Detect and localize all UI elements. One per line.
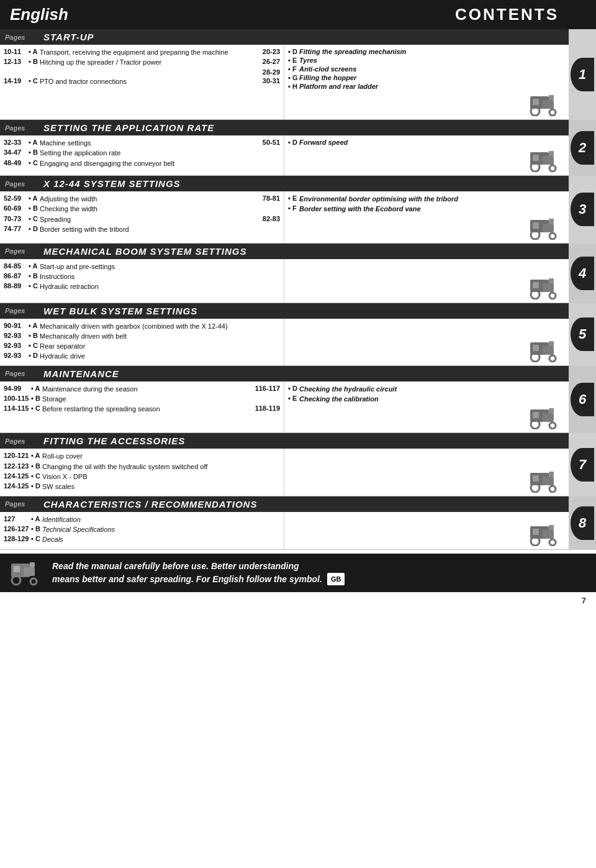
boom-a-text: Start-up and pre-settings: [40, 262, 280, 271]
accessories-entry-c: 124-125 • C Vision X - DPB: [4, 472, 280, 481]
tab-4: 4: [571, 257, 594, 290]
svg-rect-29: [549, 341, 554, 346]
accessories-entry-b: 122-123 • B Changing the oil with the hy…: [4, 462, 280, 471]
footer-icon: [10, 560, 43, 586]
startup-entry-3: 14-19 • C PTO and tractor connections 30…: [4, 77, 280, 86]
chars-a-text: Identification: [42, 515, 280, 524]
svg-rect-22: [543, 283, 554, 292]
startup-entry-2: 12-13 • B Hitching up the spreader / Tra…: [4, 58, 280, 66]
svg-rect-16: [543, 224, 554, 232]
svg-point-50: [12, 576, 20, 585]
boom-pages-label: Pages: [5, 247, 36, 255]
wetbulk-title: WET BULK SYSTEM SETTINGS: [43, 306, 197, 316]
boom-c-text: Hydraulic retraction: [40, 282, 280, 291]
boom-b-text: Instructions: [40, 272, 280, 281]
startup-left: 10-11 • A Transport, receiving the equip…: [0, 45, 284, 119]
wetbulk-b-text: Mechanically driven with belt: [40, 332, 280, 340]
section-chars-body: 127 • A Identification 126-127 • B Techn…: [0, 512, 569, 550]
maintenance-e-text: Checking the calibration: [299, 395, 565, 403]
svg-rect-11: [549, 151, 554, 156]
tab-6: 6: [571, 383, 594, 416]
wetbulk-pages-label: Pages: [5, 307, 36, 314]
tab-2-col: 2: [569, 120, 596, 176]
wetbulk-entry-a: 90-91 • A Mechanically driven with gearb…: [4, 322, 280, 331]
wetbulk-d-text: Hydraulic drive: [40, 352, 280, 360]
section-boom: Pages MECHANICAL BOOM SYSTEM SETTINGS 84…: [0, 244, 596, 303]
startup-tractor-icon: [288, 91, 565, 116]
tab-8: 8: [571, 506, 594, 540]
section-apprate-body: 32-33 • A Machine settings 50-51 34-47 •…: [0, 135, 569, 176]
apprate-tractor-icon: [288, 147, 565, 172]
section-accessories: Pages FITTING THE ACCESSORIES 120-121 • …: [0, 433, 596, 496]
wetbulk-tractor-icon: [288, 337, 565, 362]
boom-right: [284, 259, 569, 303]
svg-rect-1: [533, 99, 539, 105]
maintenance-left: 94-99 • A Maintenance during the season …: [0, 381, 284, 433]
startup-pages-2: 12-13: [4, 58, 29, 65]
maintenance-right-e: • E Checking the calibration: [288, 395, 565, 403]
header: English CONTENTS: [0, 0, 596, 29]
section-accessories-body: 120-121 • A Roll-up cover 122-123 • B Ch…: [0, 449, 569, 496]
startup-pagenum-3: 30-31: [255, 77, 280, 85]
accessories-pages-label: Pages: [5, 437, 36, 445]
startup-right-d-text: Fitting the spreading mechanism: [299, 48, 565, 55]
startup-right-g-text: Filling the hopper: [299, 74, 565, 81]
x1244-pages-label: Pages: [5, 180, 36, 188]
chars-b-text: Technical Specifications: [42, 525, 280, 534]
apprate-entry-c: 48-49 • C Engaging and disengaging the c…: [4, 159, 280, 168]
tab-3-col: 3: [569, 176, 596, 244]
x1244-entry-c: 70-73 • C Spreading 82-83: [4, 215, 280, 224]
section-startup: Pages START-UP 10-11 • A Transport, rece…: [0, 29, 596, 120]
x1244-right: • E Environmental border optimising with…: [284, 191, 569, 243]
startup-pages-3: 14-19: [4, 77, 29, 85]
footer-text-line1: Read the manual carefully before use. Be…: [52, 560, 586, 573]
section-apprate-content: Pages SETTING THE APPLICATION RATE 32-33…: [0, 120, 569, 176]
main-layout: Pages START-UP 10-11 • A Transport, rece…: [0, 29, 596, 550]
section-boom-body: 84-85 • A Start-up and pre-settings 86-8…: [0, 259, 569, 303]
svg-rect-17: [549, 219, 554, 224]
x1244-f-text: Border setting with the Ecobord vane: [299, 204, 565, 213]
tab-6-col: 6: [569, 366, 596, 434]
svg-rect-19: [533, 282, 539, 288]
x1244-entry-a: 52-59 • A Adjusting the width 78-81: [4, 194, 280, 203]
startup-letter-a: • A: [29, 48, 40, 55]
wetbulk-entry-d: 92-93 • D Hydraulic drive: [4, 352, 280, 360]
svg-point-33: [549, 423, 556, 429]
footer: Read the manual carefully before use. Be…: [0, 554, 596, 592]
maintenance-d-text: Checking the hydraulic circuit: [299, 385, 565, 393]
svg-rect-43: [533, 529, 539, 535]
wetbulk-entry-b: 92-93 • B Mechanically driven with belt: [4, 332, 280, 340]
svg-point-27: [549, 355, 556, 362]
boom-entry-c: 88-89 • C Hydraulic retraction: [4, 282, 280, 291]
startup-letter-c: • C: [29, 77, 40, 85]
section-x1244-header: Pages X 12-44 SYSTEM SETTINGS: [0, 176, 569, 191]
section-wetbulk-header: Pages WET BULK SYSTEM SETTINGS: [0, 303, 569, 319]
apprate-left: 32-33 • A Machine settings 50-51 34-47 •…: [0, 135, 284, 175]
section-x1244-content: Pages X 12-44 SYSTEM SETTINGS 52-59 • A …: [0, 176, 569, 244]
section-boom-header: Pages MECHANICAL BOOM SYSTEM SETTINGS: [0, 244, 569, 259]
apprate-entry-b: 34-47 • B Setting the application rate: [4, 148, 280, 157]
startup-right-e-text: Tyres: [299, 57, 565, 64]
startup-text-c: PTO and tractor connections: [40, 77, 255, 86]
tab-5-col: 5: [569, 303, 596, 366]
section-wetbulk-body: 90-91 • A Mechanically driven with gearb…: [0, 319, 569, 366]
startup-right-f-text: Anti-clod screens: [299, 65, 565, 73]
section-startup-content: Pages START-UP 10-11 • A Transport, rece…: [0, 29, 569, 120]
svg-point-45: [549, 539, 556, 546]
footer-badge: GB: [327, 573, 345, 586]
chars-entry-c: 128-129 • C Decals: [4, 535, 280, 544]
tab-7: 7: [571, 448, 594, 482]
apprate-right-d: • D Forward speed: [288, 139, 565, 146]
svg-rect-47: [549, 525, 554, 530]
startup-right-h: • H Platform and rear ladder: [288, 83, 565, 90]
svg-rect-53: [30, 562, 35, 567]
svg-rect-23: [549, 278, 554, 283]
tab-5: 5: [571, 318, 594, 351]
tab-1-col: 1: [569, 29, 596, 120]
svg-rect-35: [549, 408, 554, 413]
section-maintenance-body: 94-99 • A Maintenance during the season …: [0, 381, 569, 434]
maintenance-a-text: Maintenance during the season: [42, 385, 253, 393]
svg-rect-28: [543, 346, 554, 355]
accessories-b-text: Changing the oil with the hydraulic syst…: [42, 462, 280, 471]
svg-point-51: [30, 578, 37, 585]
